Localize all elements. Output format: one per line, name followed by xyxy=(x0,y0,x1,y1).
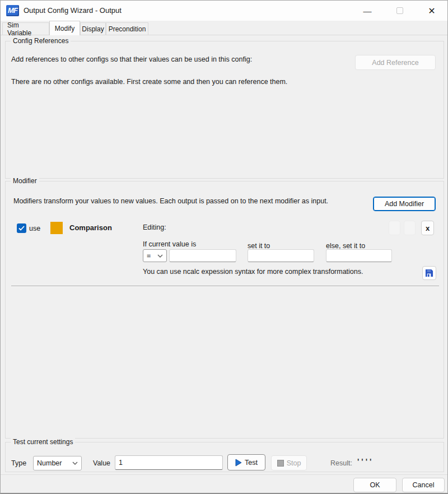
use-checkbox[interactable] xyxy=(17,223,26,233)
stop-button[interactable]: Stop xyxy=(271,455,307,470)
titlebar: MF Output Config Wizard - Output — ✕ xyxy=(1,1,447,21)
tab-precondition[interactable]: Precondition xyxy=(106,22,148,35)
save-icon xyxy=(425,269,433,277)
type-value: Number xyxy=(37,459,62,467)
footer-divider xyxy=(1,474,447,475)
modifier-color-swatch xyxy=(50,222,63,234)
test-settings-title: Test current settings xyxy=(11,438,75,446)
stop-icon xyxy=(277,460,284,467)
use-checkbox-label: use xyxy=(29,225,40,232)
config-references-description: Add references to other configs so that … xyxy=(11,55,252,63)
close-button[interactable]: ✕ xyxy=(422,4,441,17)
cancel-button[interactable]: Cancel xyxy=(402,478,445,492)
modifier-group: Modifier Modifiers transform your values… xyxy=(5,181,444,439)
minimize-icon: — xyxy=(363,6,372,16)
play-icon xyxy=(235,459,242,467)
set-it-to-label: set it to xyxy=(248,242,270,250)
modifier-title: Modifier xyxy=(11,177,39,185)
close-icon: ✕ xyxy=(428,6,435,16)
ncalc-note: You can use ncalc expession syntax for m… xyxy=(143,268,363,276)
operator-select[interactable]: = xyxy=(143,249,167,262)
config-references-group: Config References Add references to othe… xyxy=(5,41,444,179)
add-reference-button[interactable]: Add Reference xyxy=(355,55,436,70)
set-value-input[interactable] xyxy=(248,249,314,262)
else-value-input[interactable] xyxy=(326,249,392,262)
test-button-label: Test xyxy=(245,459,258,467)
stop-button-label: Stop xyxy=(287,459,301,467)
modifier-description: Modifiers transform your values to new v… xyxy=(13,197,328,205)
config-references-title: Config References xyxy=(11,37,71,45)
else-set-it-to-label: else, set it to xyxy=(326,242,365,250)
config-references-empty-text: There are no other configs available. Fi… xyxy=(11,78,287,86)
modifier-separator xyxy=(11,286,439,287)
operator-value: = xyxy=(147,252,151,260)
chevron-down-icon xyxy=(157,254,163,258)
chevron-down-icon xyxy=(72,462,78,465)
tab-sim-variable[interactable]: Sim Variable xyxy=(2,22,49,35)
app-logo-icon: MF xyxy=(6,5,19,16)
move-down-button[interactable] xyxy=(404,221,416,235)
minimize-button[interactable]: — xyxy=(358,4,377,17)
test-button[interactable]: Test xyxy=(227,454,265,470)
tab-modify[interactable]: Modify xyxy=(49,21,80,35)
test-settings-group: Test current settings Type Number Value … xyxy=(5,442,444,472)
result-value: '''' xyxy=(357,457,374,466)
test-value-input[interactable] xyxy=(115,455,223,470)
add-modifier-button[interactable]: Add Modifier xyxy=(373,197,436,211)
condition-value-input[interactable] xyxy=(169,249,236,262)
condition-label: If current value is xyxy=(143,240,196,248)
type-label: Type xyxy=(11,459,26,467)
result-label: Result: xyxy=(330,459,352,467)
modifier-name: Comparison xyxy=(69,223,112,232)
tab-strip: Sim Variable Modify Display Precondition xyxy=(1,21,447,35)
ok-button[interactable]: OK xyxy=(353,478,396,492)
maximize-icon xyxy=(396,7,403,14)
check-icon xyxy=(18,226,25,231)
editing-label: Editing: xyxy=(143,223,166,231)
value-label: Value xyxy=(93,459,110,467)
output-config-wizard-dialog: MF Output Config Wizard - Output — ✕ Sim… xyxy=(0,0,448,494)
window-title: Output Config Wizard - Output xyxy=(24,6,122,15)
save-modifier-button[interactable] xyxy=(422,266,436,280)
maximize-button xyxy=(390,4,409,17)
move-up-button[interactable] xyxy=(389,221,400,235)
delete-modifier-button[interactable]: x xyxy=(421,221,434,235)
tab-display[interactable]: Display xyxy=(80,22,106,35)
type-select[interactable]: Number xyxy=(33,456,82,470)
